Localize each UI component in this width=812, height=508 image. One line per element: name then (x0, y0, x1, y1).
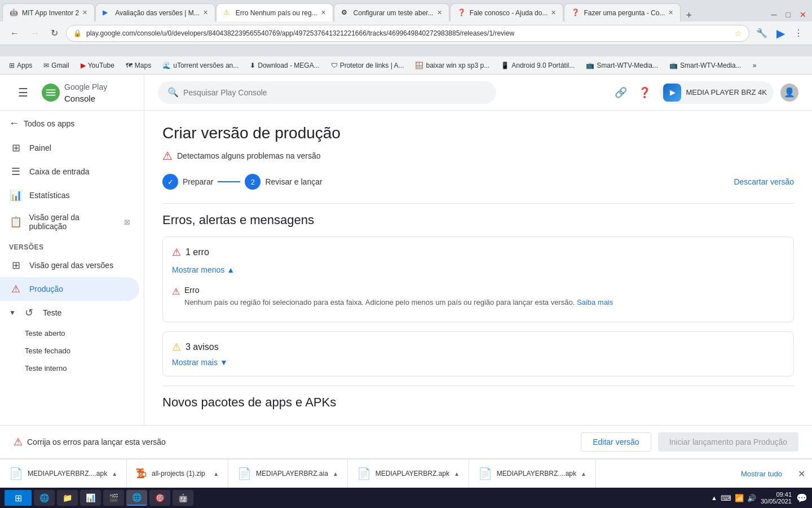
link-button[interactable]: 🔗 (612, 84, 629, 101)
download-item-2[interactable]: 📄 MEDIAPLAYERBRZ.aia ▲ (228, 459, 348, 488)
show-all-downloads[interactable]: Mostrar tudo (732, 470, 791, 478)
sidebar-item-teste-aberto[interactable]: Teste aberto (0, 325, 144, 342)
tab-2[interactable]: ▶ Avaliação das versões | M... ✕ (95, 3, 215, 21)
producao-icon: ⚠ (9, 283, 23, 295)
sidebar-item-caixa[interactable]: ☰ Caixa de entrada (0, 160, 139, 183)
bookmark-protetor[interactable]: 🛡 Protetor de links | A... (326, 60, 409, 71)
search-input[interactable] (183, 88, 487, 97)
tab-favicon-2: ▶ (103, 8, 112, 17)
tab-close-5[interactable]: ✕ (551, 9, 556, 16)
warning-icon: ⚠ (172, 341, 181, 353)
download-item-1[interactable]: 🗜 all-projects (1).zip ▲ (127, 459, 228, 488)
notification-icon[interactable]: 💬 (796, 493, 807, 503)
forward-button[interactable]: → (27, 26, 43, 41)
bookmark-gmail[interactable]: ✉ Gmail (39, 60, 73, 71)
learn-more-link[interactable]: Saiba mais (577, 298, 613, 306)
download-chevron-3[interactable]: ▲ (454, 471, 460, 477)
taskbar-item-ie[interactable]: 🌐 (34, 490, 55, 506)
url-bar[interactable]: 🔒 play.google.com/console/u/0/developers… (66, 25, 749, 42)
bookmark-android[interactable]: 📱 Android 9.0 Portátil... (496, 60, 579, 71)
taskbar-item-excel[interactable]: 📊 (80, 490, 101, 506)
android-studio-icon: 🎯 (155, 493, 165, 502)
bookmark-more[interactable]: » (748, 60, 761, 71)
taskbar-item-android-studio[interactable]: 🎯 (149, 490, 170, 506)
bookmark-apps-label: Apps (17, 62, 32, 69)
help-button[interactable]: ❓ (636, 84, 653, 101)
app-badge[interactable]: ▶ MEDIA PLAYER BRZ 4K (660, 81, 774, 104)
bookmark-youtube[interactable]: ▶ YouTube (76, 60, 119, 71)
tab-favicon-6: ❓ (571, 8, 580, 17)
minimize-button[interactable]: ─ (768, 8, 780, 21)
bookmark-star-icon[interactable]: ☆ (735, 29, 742, 38)
error-item-content: Erro Nenhum país ou região foi seleciona… (184, 286, 784, 308)
tab-5[interactable]: ❓ Fale conosco - Ajuda do... ✕ (450, 3, 564, 21)
reload-button[interactable]: ↻ (47, 25, 61, 41)
close-button[interactable]: ✕ (796, 8, 810, 21)
taskbar-item-mit[interactable]: 🤖 (173, 490, 193, 506)
sidebar-item-teste-fechado[interactable]: Teste fechado (0, 342, 144, 360)
bookmark-mega[interactable]: ⬇ Download - MEGA... (245, 60, 324, 71)
tab-close-4[interactable]: ✕ (437, 9, 442, 16)
bookmark-apps[interactable]: ⊞ Apps (5, 60, 37, 71)
tab-4[interactable]: ⚙ Configurar um teste aber... ✕ (334, 3, 449, 21)
sidebar-item-visao-pub[interactable]: 📋 Visão geral da publicação ⊠ (0, 207, 139, 237)
search-bar[interactable]: 🔍 (158, 81, 496, 104)
android-icon: 📱 (501, 62, 509, 69)
user-avatar[interactable]: 👤 (780, 84, 798, 102)
sidebar-item-estatisticas[interactable]: 📊 Estatísticas (0, 183, 139, 207)
sidebar-item-producao-label: Produção (29, 284, 63, 294)
download-item-3[interactable]: 📄 MEDIAPLAYERBRZ.apk ▲ (348, 459, 469, 488)
up-arrow-icon[interactable]: ▲ (711, 494, 717, 501)
media-icon: 🎬 (109, 493, 118, 502)
tab-3[interactable]: ⚠ Erro Nenhum país ou reg... ✕ (216, 3, 333, 21)
sidebar-item-painel[interactable]: ⊞ Painel (0, 136, 139, 160)
step-1-label: Preparar (183, 177, 213, 186)
start-button[interactable]: ⊞ (5, 490, 32, 506)
download-name-3: MEDIAPLAYERBRZ.apk (376, 470, 449, 478)
tab-close-6[interactable]: ✕ (668, 9, 673, 16)
bookmark-maps[interactable]: 🗺 Maps (121, 60, 156, 71)
download-chevron-0[interactable]: ▲ (112, 471, 117, 477)
tab-close-3[interactable]: ✕ (321, 9, 326, 16)
more-button[interactable]: ⋮ (792, 25, 805, 41)
show-less-link[interactable]: Mostrar menos ▲ (172, 265, 784, 274)
bookmark-smart2[interactable]: 📺 Smart-WTV-Media... (665, 60, 746, 71)
download-chevron-1[interactable]: ▲ (213, 471, 219, 477)
extensions-button[interactable]: 🔧 (754, 25, 770, 41)
tab-1[interactable]: 🤖 MIT App Inventor 2 ✕ (2, 3, 95, 21)
lock-icon: 🔒 (73, 29, 82, 37)
download-item-0[interactable]: 📄 MEDIAPLAYERBRZ....apk ▲ (0, 459, 127, 488)
edit-version-button[interactable]: Editar versão (581, 432, 651, 452)
download-chevron-2[interactable]: ▲ (333, 471, 338, 477)
step-connector (218, 181, 240, 182)
taskbar-sys-icons: ▲ ⌨ 📶 🔊 (711, 494, 756, 502)
download-name-0: MEDIAPLAYERBRZ....apk (28, 470, 107, 478)
tab-close-1[interactable]: ✕ (82, 9, 87, 16)
sidebar-item-estatisticas-label: Estatísticas (29, 191, 70, 200)
taskbar-item-chrome[interactable]: 🌐 (126, 490, 147, 506)
tab-close-2[interactable]: ✕ (203, 9, 208, 16)
show-more-link[interactable]: Mostrar mais ▼ (172, 358, 784, 367)
play-button[interactable]: ▶ (774, 24, 787, 42)
bookmark-winxp[interactable]: 🪟 baixar win xp sp3 p... (411, 60, 494, 71)
gpc-logo-icon (42, 84, 60, 102)
sidebar-item-teste[interactable]: ▼ ↺ Teste (0, 301, 139, 325)
sidebar-item-producao[interactable]: ⚠ Produção (0, 277, 139, 301)
launch-button[interactable]: Iniciar lançamento para Produção (658, 432, 798, 452)
bookmark-utorrent[interactable]: 🌊 uTorrent versões an... (158, 60, 243, 71)
taskbar-item-media[interactable]: 🎬 (103, 490, 124, 506)
download-chevron-4[interactable]: ▲ (581, 471, 586, 477)
new-tab-button[interactable]: + (681, 10, 696, 21)
hamburger-button[interactable]: ☰ (14, 81, 33, 104)
maximize-button[interactable]: □ (783, 8, 794, 21)
discard-version-link[interactable]: Descartar versão (734, 177, 794, 186)
bookmark-smart1[interactable]: 📺 Smart-WTV-Media... (581, 60, 663, 71)
back-to-apps[interactable]: ← Todos os apps (0, 111, 144, 136)
taskbar-item-explorer[interactable]: 📁 (57, 490, 78, 506)
download-item-4[interactable]: 📄 MEDIAPLAYERBRZ....apk ▲ (469, 459, 596, 488)
sidebar-item-visao-versoes[interactable]: ⊞ Visão geral das versões (0, 253, 139, 277)
tab-6[interactable]: ❓ Fazer uma pergunta - Co... ✕ (564, 3, 681, 21)
close-downloads[interactable]: ✕ (791, 468, 812, 479)
sidebar-item-teste-interno[interactable]: Teste interno (0, 360, 144, 377)
back-button[interactable]: ← (7, 26, 23, 41)
